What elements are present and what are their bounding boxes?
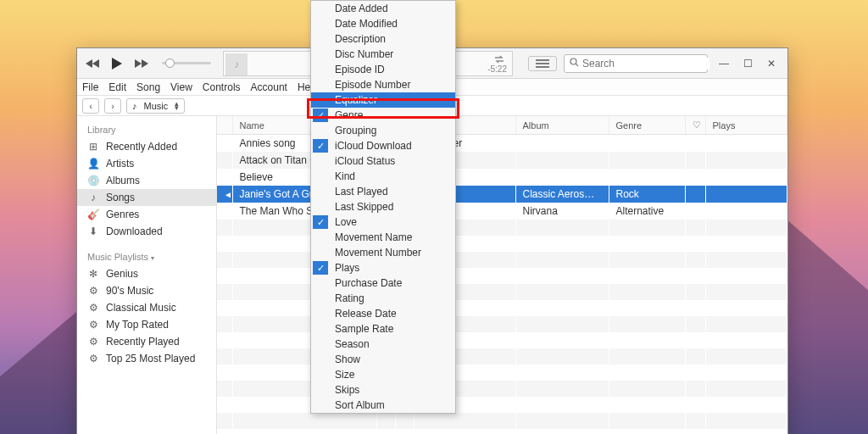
table-row [217, 268, 787, 284]
chevron-down-icon: ▾ [151, 254, 154, 262]
sidebar-item-recently-added[interactable]: ⊞Recently Added [77, 138, 216, 155]
sidebar-item-genres[interactable]: 🎸Genres [77, 206, 216, 223]
menu-item-last-skipped[interactable]: Last Skipped [311, 199, 455, 214]
sidebar-playlist-recently-played[interactable]: ⚙Recently Played [77, 333, 216, 350]
sidebar-item-songs[interactable]: ♪Songs [77, 189, 216, 206]
menu-item-plays[interactable]: Plays [311, 260, 455, 275]
table-row[interactable]: Believe [217, 169, 787, 186]
table-row[interactable]: ◄)Janie's Got A GunosmithClassic Aerosmi… [217, 186, 787, 203]
library-picker-label: Music [144, 101, 169, 111]
menu-file[interactable]: File [82, 81, 98, 93]
search-field[interactable] [564, 54, 708, 73]
column-header[interactable]: ♡ [685, 116, 705, 135]
menu-item-last-played[interactable]: Last Played [311, 184, 455, 199]
playlist-icon: ⚙ [87, 353, 99, 364]
album-art-icon: ♪ [225, 53, 248, 75]
table-row [217, 284, 787, 300]
search-icon [570, 58, 579, 70]
menu-item-disc-number[interactable]: Disc Number [311, 47, 455, 62]
menu-item-description[interactable]: Description [311, 31, 455, 47]
sidebar-item-albums[interactable]: 💿Albums [77, 172, 216, 189]
table-row [217, 381, 787, 397]
back-button[interactable]: ‹ [82, 98, 99, 114]
menu-item-kind[interactable]: Kind [311, 169, 455, 184]
menu-item-season[interactable]: Season [311, 337, 455, 352]
table-row [217, 236, 787, 252]
minimize-button[interactable]: — [715, 58, 733, 70]
sidebar-icon: 💿 [87, 175, 99, 186]
volume-slider[interactable] [159, 62, 214, 64]
table-row[interactable]: Attack on Titan Op [217, 152, 787, 169]
menu-item-release-date[interactable]: Release Date [311, 306, 455, 321]
forward-button[interactable]: › [104, 98, 121, 114]
menu-edit[interactable]: Edit [108, 81, 126, 93]
music-note-icon: ♪ [132, 101, 137, 111]
column-header[interactable] [217, 116, 232, 135]
sidebar-header-library: Library [77, 121, 216, 138]
library-picker[interactable]: ♪ Music ▴▾ [126, 98, 185, 114]
menu-item-icloud-status[interactable]: iCloud Status [311, 153, 455, 169]
table-row [217, 316, 787, 332]
menu-item-love[interactable]: Love [311, 214, 455, 230]
menu-item-show[interactable]: Show [311, 352, 455, 367]
playlist-icon: ⚙ [87, 336, 99, 348]
table-row[interactable]: The Man Who SolvanaNirvanaAlternative [217, 203, 787, 220]
now-playing-time: -5:22 [487, 64, 507, 74]
table-row[interactable]: Annies songn Denver [217, 135, 787, 153]
column-header[interactable]: Album [515, 116, 609, 135]
now-playing-indicator-icon: ◄) [224, 188, 232, 200]
table-row [217, 397, 787, 413]
view-list-button[interactable] [528, 56, 557, 71]
menu-item-purchase-date[interactable]: Purchase Date [311, 275, 455, 291]
sidebar-playlist-90-s-music[interactable]: ⚙90's Music [77, 282, 216, 299]
sidebar-playlist-top-25-most-played[interactable]: ⚙Top 25 Most Played [77, 350, 216, 367]
menu-controls[interactable]: Controls [203, 81, 241, 93]
menu-item-sort-album[interactable]: Sort Album [311, 398, 455, 413]
column-header[interactable]: Genre [609, 116, 685, 135]
menu-item-icloud-download[interactable]: iCloud Download [311, 138, 455, 153]
chevron-updown-icon: ▴▾ [175, 102, 179, 110]
menu-item-episode-number[interactable]: Episode Number [311, 77, 455, 92]
menu-item-sample-rate[interactable]: Sample Rate [311, 321, 455, 337]
menu-item-genre[interactable]: Genre [311, 108, 455, 123]
menu-item-size[interactable]: Size [311, 367, 455, 382]
menu-account[interactable]: Account [251, 81, 287, 93]
search-input[interactable] [582, 58, 709, 70]
menu-item-date-added[interactable]: Date Added [311, 1, 455, 16]
maximize-button[interactable]: ☐ [738, 58, 757, 70]
sidebar-icon: ⊞ [87, 141, 99, 153]
column-header[interactable]: Plays [705, 116, 787, 135]
sidebar-item-artists[interactable]: 👤Artists [77, 155, 216, 172]
window-controls: — ☐ ✕ [715, 58, 781, 70]
menu-item-rating[interactable]: Rating [311, 291, 455, 306]
sidebar-header-playlists[interactable]: Music Playlists ▾ [77, 248, 216, 265]
menu-view[interactable]: View [170, 81, 192, 93]
sidebar-icon: ⬇ [87, 225, 99, 237]
playlist-icon: ✻ [87, 268, 99, 280]
sidebar-playlist-classical-music[interactable]: ⚙Classical Music [77, 299, 216, 316]
svg-marker-2 [112, 58, 122, 70]
sidebar-playlist-genius[interactable]: ✻Genius [77, 265, 216, 282]
playlist-icon: ⚙ [87, 285, 99, 297]
sidebar-item-downloaded[interactable]: ⬇Downloaded [77, 223, 216, 240]
menu-item-episode-id[interactable]: Episode ID [311, 62, 455, 77]
menu-item-movement-name[interactable]: Movement Name [311, 230, 455, 245]
menu-item-skips[interactable]: Skips [311, 382, 455, 398]
table-row [217, 413, 787, 429]
table-row [217, 332, 787, 348]
menu-item-grouping[interactable]: Grouping [311, 123, 455, 138]
menu-item-date-modified[interactable]: Date Modified [311, 16, 455, 31]
sidebar-icon: 👤 [87, 158, 99, 170]
sidebar-icon: ♪ [87, 192, 99, 203]
table-row [217, 220, 787, 236]
menu-song[interactable]: Song [136, 81, 160, 93]
columns-context-menu: Date AddedDate ModifiedDescriptionDisc N… [310, 0, 456, 414]
close-button[interactable]: ✕ [762, 58, 781, 70]
previous-track-button[interactable] [84, 58, 101, 69]
sidebar-playlist-my-top-rated[interactable]: ⚙My Top Rated [77, 316, 216, 333]
next-track-button[interactable] [133, 58, 150, 69]
menu-item-equalizer[interactable]: Equalizer [311, 92, 455, 108]
table-header-row: NamestAlbumGenre♡Plays [217, 116, 787, 135]
play-button[interactable] [111, 57, 123, 70]
menu-item-movement-number[interactable]: Movement Number [311, 245, 455, 260]
